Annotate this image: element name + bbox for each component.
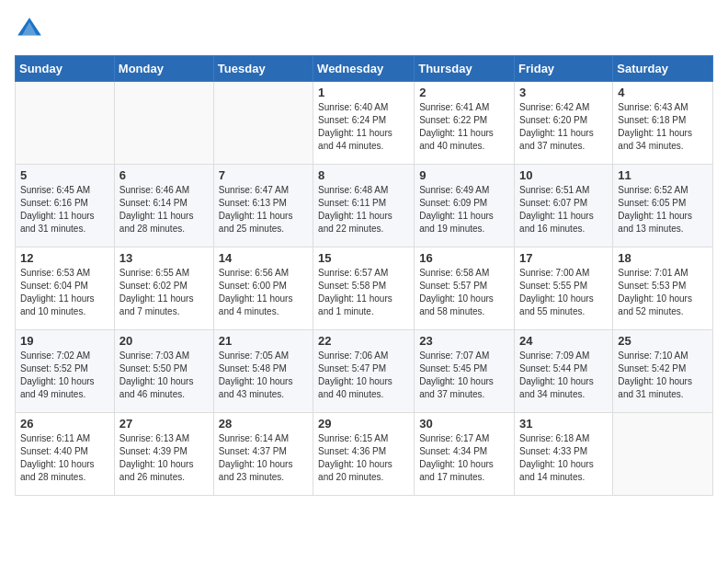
cell-info: Sunrise: 6:49 AM Sunset: 6:09 PM Dayligh… — [419, 184, 509, 236]
cell-info: Sunrise: 6:53 AM Sunset: 6:04 PM Dayligh… — [20, 267, 109, 318]
day-number: 28 — [219, 417, 308, 431]
day-number: 30 — [419, 417, 509, 431]
logo-icon — [15, 15, 44, 44]
calendar-cell — [613, 413, 713, 496]
calendar-week-row: 26Sunrise: 6:11 AM Sunset: 4:40 PM Dayli… — [16, 413, 713, 496]
calendar-cell: 13Sunrise: 6:55 AM Sunset: 6:02 PM Dayli… — [114, 247, 213, 330]
calendar-cell: 22Sunrise: 7:06 AM Sunset: 5:47 PM Dayli… — [313, 330, 415, 413]
cell-info: Sunrise: 7:00 AM Sunset: 5:55 PM Dayligh… — [519, 267, 608, 318]
day-number: 21 — [219, 334, 308, 348]
cell-info: Sunrise: 6:55 AM Sunset: 6:02 PM Dayligh… — [119, 267, 209, 318]
cell-info: Sunrise: 6:14 AM Sunset: 4:37 PM Dayligh… — [219, 432, 308, 484]
cell-info: Sunrise: 6:48 AM Sunset: 6:11 PM Dayligh… — [318, 184, 409, 236]
day-number: 31 — [519, 417, 608, 431]
calendar-cell: 9Sunrise: 6:49 AM Sunset: 6:09 PM Daylig… — [415, 165, 515, 247]
cell-info: Sunrise: 6:51 AM Sunset: 6:07 PM Dayligh… — [519, 184, 608, 236]
calendar-cell: 20Sunrise: 7:03 AM Sunset: 5:50 PM Dayli… — [114, 330, 213, 413]
day-number: 14 — [219, 251, 308, 265]
calendar-cell: 14Sunrise: 6:56 AM Sunset: 6:00 PM Dayli… — [213, 247, 313, 330]
calendar-cell: 17Sunrise: 7:00 AM Sunset: 5:55 PM Dayli… — [515, 247, 613, 330]
day-number: 4 — [618, 86, 708, 99]
calendar-cell: 1Sunrise: 6:40 AM Sunset: 6:24 PM Daylig… — [313, 82, 415, 165]
weekday-header-wednesday: Wednesday — [313, 56, 415, 82]
page-header — [15, 15, 713, 44]
calendar-cell: 25Sunrise: 7:10 AM Sunset: 5:42 PM Dayli… — [613, 330, 713, 413]
cell-info: Sunrise: 6:42 AM Sunset: 6:20 PM Dayligh… — [519, 101, 608, 153]
cell-info: Sunrise: 6:18 AM Sunset: 4:33 PM Dayligh… — [519, 432, 608, 484]
day-number: 9 — [419, 168, 509, 182]
weekday-header-tuesday: Tuesday — [213, 56, 313, 82]
calendar-cell: 19Sunrise: 7:02 AM Sunset: 5:52 PM Dayli… — [16, 330, 115, 413]
cell-info: Sunrise: 7:01 AM Sunset: 5:53 PM Dayligh… — [618, 267, 708, 318]
calendar-cell: 7Sunrise: 6:47 AM Sunset: 6:13 PM Daylig… — [213, 165, 313, 247]
day-number: 27 — [119, 417, 209, 431]
day-number: 8 — [318, 168, 409, 182]
calendar-cell: 23Sunrise: 7:07 AM Sunset: 5:45 PM Dayli… — [415, 330, 515, 413]
calendar-cell: 12Sunrise: 6:53 AM Sunset: 6:04 PM Dayli… — [16, 247, 115, 330]
calendar-cell: 24Sunrise: 7:09 AM Sunset: 5:44 PM Dayli… — [515, 330, 613, 413]
day-number: 13 — [119, 251, 209, 265]
cell-info: Sunrise: 7:07 AM Sunset: 5:45 PM Dayligh… — [419, 350, 509, 401]
calendar-cell: 11Sunrise: 6:52 AM Sunset: 6:05 PM Dayli… — [613, 165, 713, 247]
cell-info: Sunrise: 6:52 AM Sunset: 6:05 PM Dayligh… — [618, 184, 708, 236]
calendar-cell: 15Sunrise: 6:57 AM Sunset: 5:58 PM Dayli… — [313, 247, 415, 330]
day-number: 16 — [419, 251, 509, 265]
cell-info: Sunrise: 7:02 AM Sunset: 5:52 PM Dayligh… — [20, 350, 109, 401]
day-number: 6 — [119, 168, 209, 182]
calendar-cell: 21Sunrise: 7:05 AM Sunset: 5:48 PM Dayli… — [213, 330, 313, 413]
calendar-cell: 30Sunrise: 6:17 AM Sunset: 4:34 PM Dayli… — [415, 413, 515, 496]
cell-info: Sunrise: 7:05 AM Sunset: 5:48 PM Dayligh… — [219, 350, 308, 401]
calendar-cell: 3Sunrise: 6:42 AM Sunset: 6:20 PM Daylig… — [515, 82, 613, 165]
cell-info: Sunrise: 6:47 AM Sunset: 6:13 PM Dayligh… — [219, 184, 308, 236]
weekday-header-monday: Monday — [114, 56, 213, 82]
day-number: 25 — [618, 334, 708, 348]
day-number: 12 — [20, 251, 109, 265]
calendar-cell — [213, 82, 313, 165]
calendar-cell: 2Sunrise: 6:41 AM Sunset: 6:22 PM Daylig… — [415, 82, 515, 165]
calendar-week-row: 12Sunrise: 6:53 AM Sunset: 6:04 PM Dayli… — [16, 247, 713, 330]
cell-info: Sunrise: 6:13 AM Sunset: 4:39 PM Dayligh… — [119, 432, 209, 484]
calendar-cell: 31Sunrise: 6:18 AM Sunset: 4:33 PM Dayli… — [515, 413, 613, 496]
cell-info: Sunrise: 6:17 AM Sunset: 4:34 PM Dayligh… — [419, 432, 509, 484]
day-number: 15 — [318, 251, 409, 265]
cell-info: Sunrise: 6:40 AM Sunset: 6:24 PM Dayligh… — [318, 101, 409, 153]
calendar-cell: 28Sunrise: 6:14 AM Sunset: 4:37 PM Dayli… — [213, 413, 313, 496]
cell-info: Sunrise: 6:56 AM Sunset: 6:00 PM Dayligh… — [219, 267, 308, 318]
calendar-week-row: 5Sunrise: 6:45 AM Sunset: 6:16 PM Daylig… — [16, 165, 713, 247]
day-number: 11 — [618, 168, 708, 182]
cell-info: Sunrise: 6:58 AM Sunset: 5:57 PM Dayligh… — [419, 267, 509, 318]
cell-info: Sunrise: 7:09 AM Sunset: 5:44 PM Dayligh… — [519, 350, 608, 401]
calendar-table: SundayMondayTuesdayWednesdayThursdayFrid… — [15, 55, 713, 496]
day-number: 17 — [519, 251, 608, 265]
calendar-week-row: 19Sunrise: 7:02 AM Sunset: 5:52 PM Dayli… — [16, 330, 713, 413]
calendar-cell: 8Sunrise: 6:48 AM Sunset: 6:11 PM Daylig… — [313, 165, 415, 247]
day-number: 19 — [20, 334, 109, 348]
weekday-header-sunday: Sunday — [16, 56, 115, 82]
calendar-cell: 10Sunrise: 6:51 AM Sunset: 6:07 PM Dayli… — [515, 165, 613, 247]
day-number: 5 — [20, 168, 109, 182]
calendar-cell: 26Sunrise: 6:11 AM Sunset: 4:40 PM Dayli… — [16, 413, 115, 496]
day-number: 18 — [618, 251, 708, 265]
cell-info: Sunrise: 6:46 AM Sunset: 6:14 PM Dayligh… — [119, 184, 209, 236]
weekday-header-thursday: Thursday — [415, 56, 515, 82]
cell-info: Sunrise: 7:03 AM Sunset: 5:50 PM Dayligh… — [119, 350, 209, 401]
calendar-cell: 6Sunrise: 6:46 AM Sunset: 6:14 PM Daylig… — [114, 165, 213, 247]
cell-info: Sunrise: 6:11 AM Sunset: 4:40 PM Dayligh… — [20, 432, 109, 484]
day-number: 22 — [318, 334, 409, 348]
cell-info: Sunrise: 6:41 AM Sunset: 6:22 PM Dayligh… — [419, 101, 509, 153]
logo — [15, 15, 48, 44]
calendar-cell — [16, 82, 115, 165]
day-number: 20 — [119, 334, 209, 348]
day-number: 26 — [20, 417, 109, 431]
cell-info: Sunrise: 6:15 AM Sunset: 4:36 PM Dayligh… — [318, 432, 409, 484]
day-number: 1 — [318, 86, 409, 99]
calendar-cell: 27Sunrise: 6:13 AM Sunset: 4:39 PM Dayli… — [114, 413, 213, 496]
calendar-cell: 5Sunrise: 6:45 AM Sunset: 6:16 PM Daylig… — [16, 165, 115, 247]
day-number: 7 — [219, 168, 308, 182]
cell-info: Sunrise: 7:10 AM Sunset: 5:42 PM Dayligh… — [618, 350, 708, 401]
day-number: 24 — [519, 334, 608, 348]
calendar-cell — [114, 82, 213, 165]
day-number: 3 — [519, 86, 608, 99]
calendar-week-row: 1Sunrise: 6:40 AM Sunset: 6:24 PM Daylig… — [16, 82, 713, 165]
day-number: 23 — [419, 334, 509, 348]
